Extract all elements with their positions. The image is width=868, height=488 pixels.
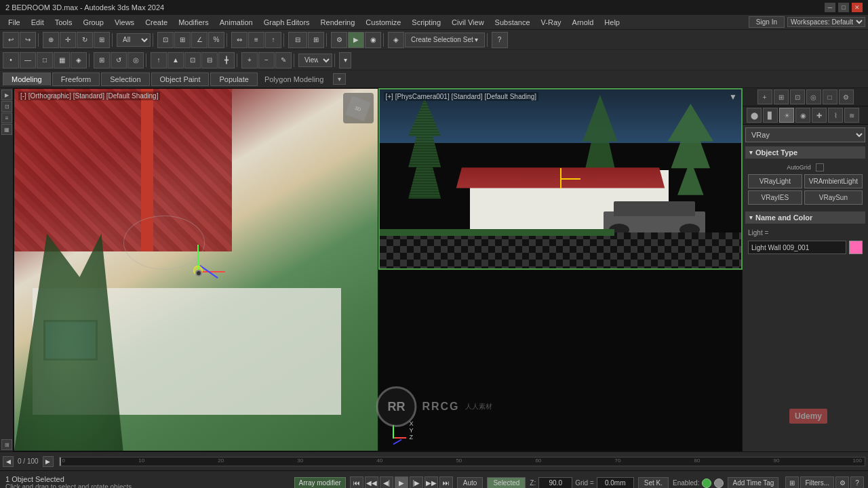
snap3d-button[interactable]: ⊞ <box>174 32 191 48</box>
left-tool-3[interactable]: ≡ <box>1 113 12 123</box>
filters-btn[interactable]: Filters... <box>800 476 834 489</box>
menu-file[interactable]: File <box>3 17 26 28</box>
modify-panel-btn[interactable]: ⊞ <box>774 89 789 104</box>
viewport-camera[interactable]: [+] [PhysCamera001] [Standard] [Default … <box>378 88 743 270</box>
left-tool-bottom[interactable]: ⊞ <box>1 439 12 450</box>
grid-input[interactable] <box>597 477 634 489</box>
tab-freeform[interactable]: Freeform <box>52 73 100 86</box>
display-panel-btn[interactable]: □ <box>823 89 837 104</box>
view-dropdown[interactable]: View <box>298 54 332 67</box>
viewport-bottom-right[interactable]: X Y Z <box>378 270 743 451</box>
inset-button[interactable]: ⊡ <box>184 52 201 68</box>
more-button[interactable]: ▾ <box>339 52 351 68</box>
go-to-start-btn[interactable]: ⏮ <box>350 476 363 489</box>
sphere-icon-btn[interactable]: ⬤ <box>747 108 762 123</box>
hierarchy-panel-btn[interactable]: ⊡ <box>790 89 805 104</box>
autogrid-checkbox[interactable] <box>816 163 824 171</box>
menu-customize[interactable]: Customize <box>360 17 406 28</box>
name-color-header[interactable]: ▾ Name and Color <box>745 211 865 224</box>
motion-panel-btn[interactable]: ◎ <box>806 89 821 104</box>
menu-edit[interactable]: Edit <box>26 17 50 28</box>
left-tool-4[interactable]: ▦ <box>1 124 12 135</box>
space-warp-btn[interactable]: ⌇ <box>828 108 843 123</box>
left-tool-2[interactable]: ⊡ <box>1 101 12 112</box>
prev-key-btn[interactable]: ◀◀ <box>365 476 378 489</box>
schematic-button[interactable]: ⊞ <box>308 32 324 48</box>
next-frame-play-btn[interactable]: |▶ <box>410 476 423 489</box>
menu-scripting[interactable]: Scripting <box>406 17 446 28</box>
vray-light-btn[interactable]: VRayLight <box>748 174 802 188</box>
menu-tools[interactable]: Tools <box>50 17 78 28</box>
menu-rendering[interactable]: Rendering <box>315 17 361 28</box>
render-button[interactable]: ▶ <box>348 32 364 48</box>
prev-frame-btn[interactable]: ◀ <box>3 456 14 467</box>
render-setup-button[interactable]: ⚙ <box>331 32 347 48</box>
edge-button[interactable]: — <box>20 52 36 68</box>
polygon-mode-dropdown[interactable]: ▾ <box>333 73 346 85</box>
angle-snap-button[interactable]: ∠ <box>191 32 208 48</box>
snap-button[interactable]: ⊡ <box>157 32 174 48</box>
shrink-button[interactable]: − <box>258 52 275 68</box>
camera-icon-btn[interactable]: ◉ <box>795 108 810 123</box>
menu-graph-editors[interactable]: Graph Editors <box>258 17 315 28</box>
cylinder-icon-btn[interactable]: ▊ <box>763 108 778 123</box>
bottom-help-btn[interactable]: ? <box>850 476 864 489</box>
selected-mode-btn[interactable]: Selected <box>487 477 526 488</box>
select-region-button[interactable]: ⊞ <box>94 52 110 68</box>
light-icon-btn[interactable]: ☀ <box>779 108 794 123</box>
menu-civil-view[interactable]: Civil View <box>446 17 489 28</box>
play-btn[interactable]: ▶ <box>395 476 408 489</box>
tab-modeling[interactable]: Modeling <box>3 73 51 86</box>
menu-create[interactable]: Create <box>140 17 173 28</box>
redo-button[interactable]: ↪ <box>20 32 36 48</box>
percent-snap-button[interactable]: % <box>208 32 224 48</box>
menu-help[interactable]: Help <box>599 17 625 28</box>
tab-object-paint[interactable]: Object Paint <box>151 73 210 86</box>
maximize-button[interactable]: □ <box>838 3 849 12</box>
minimize-button[interactable]: ─ <box>825 3 835 12</box>
helper-icon-btn[interactable]: ✚ <box>812 108 827 123</box>
maximize-vp-btn[interactable]: ⊞ <box>785 476 799 489</box>
menu-modifiers[interactable]: Modifiers <box>173 17 214 28</box>
border-button[interactable]: □ <box>37 52 53 68</box>
menu-vray[interactable]: V-Ray <box>536 17 567 28</box>
next-frame-btn[interactable]: ▶ <box>43 456 54 467</box>
create-selection-set-button[interactable]: Create Selection Set ▾ <box>405 33 485 47</box>
vray-sun-btn[interactable]: VRaySun <box>804 190 863 205</box>
active-shade-button[interactable]: ◉ <box>365 32 381 48</box>
prev-frame-play-btn[interactable]: ◀| <box>380 476 393 489</box>
menu-group[interactable]: Group <box>77 17 109 28</box>
menu-animation[interactable]: Animation <box>214 17 258 28</box>
auto-key-btn[interactable]: Auto <box>457 477 484 488</box>
loop-button[interactable]: ↺ <box>111 52 127 68</box>
connect-button[interactable]: ╋ <box>218 52 235 68</box>
menu-substance[interactable]: Substance <box>490 17 536 28</box>
left-tool-1[interactable]: ▶ <box>1 89 12 100</box>
tab-selection[interactable]: Selection <box>101 73 149 86</box>
close-button[interactable]: ✕ <box>852 3 863 12</box>
layer-btn[interactable]: ⊟ <box>288 32 307 48</box>
vray-ies-btn[interactable]: VRayIES <box>748 190 802 205</box>
poly-button[interactable]: ▦ <box>54 52 70 68</box>
normal-align-button[interactable]: ↑ <box>265 32 281 48</box>
move-button[interactable]: ✛ <box>60 32 76 48</box>
create-panel-btn[interactable]: + <box>757 89 772 104</box>
mirror-button[interactable]: ⇔ <box>231 32 248 48</box>
ring-button[interactable]: ◎ <box>127 52 144 68</box>
paint-deform-button[interactable]: ✎ <box>275 52 292 68</box>
element-button[interactable]: ◈ <box>71 52 87 68</box>
filter-dropdown[interactable]: All <box>117 33 151 47</box>
light-name-input[interactable] <box>748 241 846 254</box>
help-button[interactable]: ? <box>492 32 508 48</box>
camera-filter-icon[interactable]: ▼ <box>729 92 737 102</box>
align-button[interactable]: ≡ <box>248 32 264 48</box>
system-icon-btn[interactable]: ≋ <box>844 108 859 123</box>
workspace-dropdown[interactable]: Workspaces: Default <box>787 17 865 27</box>
menu-views[interactable]: Views <box>109 17 140 28</box>
tab-populate[interactable]: Populate <box>210 73 257 86</box>
z-coord-input[interactable] <box>538 477 572 489</box>
utilities-panel-btn[interactable]: ⚙ <box>839 89 854 104</box>
renderer-dropdown[interactable]: VRay <box>745 127 865 142</box>
bridge-button[interactable]: ⊟ <box>201 52 218 68</box>
nav-cube[interactable]: 3D <box>343 93 374 123</box>
